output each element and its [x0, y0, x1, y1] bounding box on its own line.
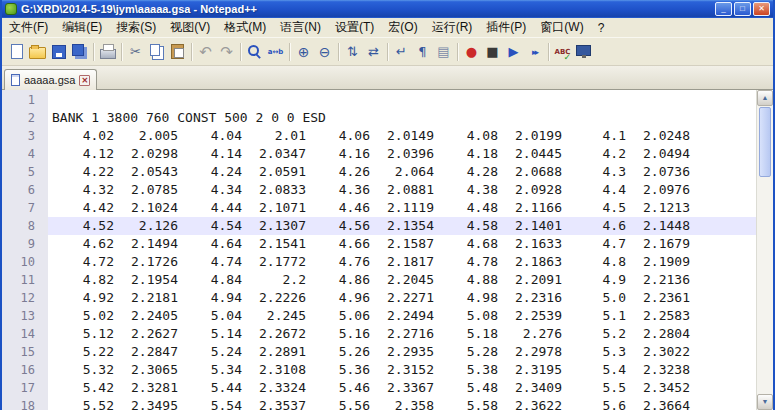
- indent-guide-icon[interactable]: ▤: [433, 41, 454, 62]
- minimize-button[interactable]: _: [715, 2, 732, 16]
- line-number[interactable]: 16: [2, 361, 48, 379]
- line-content[interactable]: 5.222.28475.242.28915.262.29355.282.2978…: [48, 343, 756, 361]
- play-macro-icon[interactable]: ▶: [503, 41, 524, 62]
- line-content[interactable]: 5.422.32815.442.33245.462.33675.482.3409…: [48, 379, 756, 397]
- menu-item[interactable]: 宏(O): [381, 17, 424, 38]
- word-wrap-icon[interactable]: ↵: [391, 41, 412, 62]
- tab-close-icon[interactable]: ✕: [79, 75, 90, 86]
- paste-icon[interactable]: [167, 41, 188, 62]
- editor-line: 145.122.26275.142.26725.162.27165.182.27…: [2, 325, 756, 343]
- line-content[interactable]: 4.422.10244.442.10714.462.11194.482.1166…: [48, 199, 756, 217]
- scroll-up-arrow[interactable]: ▲: [757, 90, 773, 106]
- line-content[interactable]: 4.922.21814.942.22264.962.22714.982.2316…: [48, 289, 756, 307]
- line-content[interactable]: 4.522.1264.542.13074.562.13544.582.14014…: [48, 217, 756, 235]
- save-icon[interactable]: [48, 41, 69, 62]
- window-title: G:\XRD\2014-5-19\jym\aaaaa.gsa - Notepad…: [21, 3, 715, 15]
- line-content[interactable]: 5.522.34955.542.35375.562.3585.582.36225…: [48, 397, 756, 410]
- line-number[interactable]: 1: [2, 91, 48, 109]
- editor-line: 94.622.14944.642.15414.662.15874.682.163…: [2, 235, 756, 253]
- toolbar-separator: [457, 43, 458, 61]
- menu-item[interactable]: 窗口(W): [533, 17, 590, 38]
- menu-item[interactable]: 视图(V): [163, 17, 217, 38]
- line-number[interactable]: 4: [2, 145, 48, 163]
- show-all-chars-icon[interactable]: ¶: [412, 41, 433, 62]
- line-content[interactable]: 4.322.07854.342.08334.362.08814.382.0928…: [48, 181, 756, 199]
- line-content[interactable]: 4.722.17264.742.17724.762.18174.782.1863…: [48, 253, 756, 271]
- vertical-scrollbar: ▲ ▼: [756, 90, 773, 410]
- line-content[interactable]: 5.322.30655.342.31085.362.31525.382.3195…: [48, 361, 756, 379]
- new-file-icon[interactable]: [6, 41, 27, 62]
- copy-icon[interactable]: [146, 41, 167, 62]
- close-button[interactable]: ✕: [753, 2, 770, 16]
- scrollbar-track[interactable]: [757, 178, 773, 394]
- menu-item[interactable]: ?: [591, 19, 612, 37]
- line-content[interactable]: BANK 1 3800 760 CONST 500 2 0 0 ESD: [48, 109, 756, 127]
- menu-item[interactable]: 插件(P): [479, 17, 533, 38]
- undo-icon[interactable]: ↶: [195, 41, 216, 62]
- toolbar-separator: [191, 43, 192, 61]
- toolbar-separator: [93, 43, 94, 61]
- line-content[interactable]: 4.822.19544.842.24.862.20454.882.20914.9…: [48, 271, 756, 289]
- scrollbar-thumb[interactable]: [759, 107, 771, 177]
- editor-line: 104.722.17264.742.17724.762.18174.782.18…: [2, 253, 756, 271]
- menu-item[interactable]: 语言(N): [273, 17, 328, 38]
- tab-aaaaa-gsa[interactable]: aaaaa.gsa ✕: [4, 69, 97, 90]
- spell-check-icon[interactable]: ABC: [552, 41, 573, 62]
- line-content[interactable]: 4.022.0054.042.014.062.01494.082.01994.1…: [48, 127, 756, 145]
- run-macro-multiple-icon[interactable]: ▸▸: [524, 41, 545, 62]
- scroll-down-arrow[interactable]: ▼: [757, 394, 773, 410]
- stop-macro-icon[interactable]: ■: [482, 41, 503, 62]
- open-file-icon[interactable]: [27, 41, 48, 62]
- menu-item[interactable]: 格式(M): [217, 17, 273, 38]
- line-number[interactable]: 5: [2, 163, 48, 181]
- redo-icon[interactable]: ↷: [216, 41, 237, 62]
- line-number[interactable]: 6: [2, 181, 48, 199]
- replace-icon[interactable]: a↔b: [265, 41, 286, 62]
- line-number[interactable]: 13: [2, 307, 48, 325]
- notepadpp-icon[interactable]: [5, 3, 17, 15]
- line-content[interactable]: 5.122.26275.142.26725.162.27165.182.2765…: [48, 325, 756, 343]
- line-number[interactable]: 3: [2, 127, 48, 145]
- line-content[interactable]: 4.222.05434.242.05914.262.0644.282.06884…: [48, 163, 756, 181]
- line-number[interactable]: 8: [2, 217, 48, 235]
- menu-item[interactable]: 运行(R): [425, 17, 480, 38]
- line-number[interactable]: 18: [2, 397, 48, 410]
- menu-item[interactable]: 文件(F): [2, 17, 55, 38]
- toolbar-separator: [387, 43, 388, 61]
- line-number[interactable]: 9: [2, 235, 48, 253]
- line-content[interactable]: 4.622.14944.642.15414.662.15874.682.1633…: [48, 235, 756, 253]
- record-macro-icon[interactable]: ●: [461, 41, 482, 62]
- line-content[interactable]: [48, 91, 756, 109]
- print-icon[interactable]: [97, 41, 118, 62]
- zoom-in-icon[interactable]: ⊕: [293, 41, 314, 62]
- sync-horizontal-icon[interactable]: ⇄: [363, 41, 384, 62]
- zoom-out-icon[interactable]: ⊖: [314, 41, 335, 62]
- sync-vertical-icon[interactable]: ⇅: [342, 41, 363, 62]
- find-icon[interactable]: [244, 41, 265, 62]
- menu-item[interactable]: 搜索(S): [109, 17, 163, 38]
- line-number[interactable]: 7: [2, 199, 48, 217]
- editor-lines[interactable]: 12BANK 1 3800 760 CONST 500 2 0 0 ESD34.…: [2, 90, 756, 410]
- doc-monitor-icon[interactable]: [573, 41, 594, 62]
- line-number[interactable]: 12: [2, 289, 48, 307]
- toolbar-separator: [121, 43, 122, 61]
- line-content[interactable]: 5.022.24055.042.2455.062.24945.082.25395…: [48, 307, 756, 325]
- notepadpp-window: G:\XRD\2014-5-19\jym\aaaaa.gsa - Notepad…: [0, 0, 775, 410]
- line-number[interactable]: 15: [2, 343, 48, 361]
- menu-item[interactable]: 设置(T): [328, 17, 381, 38]
- line-content[interactable]: 4.122.02984.142.03474.162.03964.182.0445…: [48, 145, 756, 163]
- maximize-button[interactable]: □: [734, 2, 751, 16]
- window-controls: _ □ ✕: [715, 2, 770, 16]
- line-number[interactable]: 10: [2, 253, 48, 271]
- line-number[interactable]: 14: [2, 325, 48, 343]
- document-icon: [11, 74, 20, 86]
- save-all-icon[interactable]: [69, 41, 90, 62]
- line-number[interactable]: 2: [2, 109, 48, 127]
- menu-item[interactable]: 编辑(E): [55, 17, 109, 38]
- cut-icon[interactable]: ✂: [125, 41, 146, 62]
- line-number[interactable]: 17: [2, 379, 48, 397]
- editor-line: 124.922.21814.942.22264.962.22714.982.23…: [2, 289, 756, 307]
- editor-line: 155.222.28475.242.28915.262.29355.282.29…: [2, 343, 756, 361]
- line-number[interactable]: 11: [2, 271, 48, 289]
- editor-line: 2BANK 1 3800 760 CONST 500 2 0 0 ESD: [2, 109, 756, 127]
